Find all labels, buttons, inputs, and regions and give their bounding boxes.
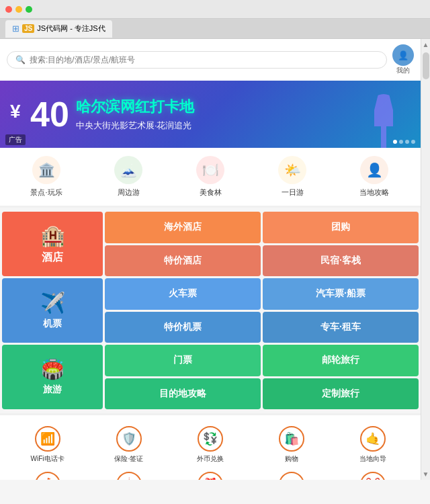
wifi-icon: 📶 xyxy=(35,426,60,452)
oneday-label: 一日游 xyxy=(282,187,304,198)
category-oneday[interactable]: 🌤️ 一日游 xyxy=(272,156,312,198)
local-guide-label: 当地向导 xyxy=(359,454,386,464)
avatar: 👤 xyxy=(392,44,414,66)
more-icon: ✂️ xyxy=(360,472,386,480)
browser-tab[interactable]: ⊞ JS JS代码网 - 专注JS代 xyxy=(5,20,112,38)
app-wrapper: 🔍 👤 我的 ¥ 40 哈尔滨网红打卡地 中央大街光影艺术展·花润追光 xyxy=(0,39,430,480)
flight-icon: ✈️ xyxy=(40,291,65,314)
hotel-label: 酒店 xyxy=(42,251,63,265)
hotel-main-cell[interactable]: 🏨 酒店 xyxy=(2,212,103,276)
ticket-cell[interactable]: 门票 xyxy=(105,345,261,376)
scenic-icon: 🏛️ xyxy=(32,156,60,184)
hotel-overseas-cell[interactable]: 海外酒店 xyxy=(105,212,261,243)
bus-boat-cell[interactable]: 汽车票·船票 xyxy=(263,278,419,310)
minimize-button-dot[interactable] xyxy=(15,6,22,13)
banner-person-silhouette xyxy=(360,81,407,148)
avatar-label: 我的 xyxy=(396,66,410,75)
more-item[interactable]: ✂️ 更多 xyxy=(353,472,392,480)
free-travel-icon: 🎪 xyxy=(35,472,60,480)
currency-label: 外币兑换 xyxy=(197,454,224,464)
nearby-icon: 🗻 xyxy=(114,156,142,184)
shopping-icon: 🛍️ xyxy=(279,426,304,452)
flight-main-cell[interactable]: ✈️ 机票 xyxy=(2,278,103,343)
hotel-group-cell[interactable]: 团购 xyxy=(263,212,419,243)
icon-row-1: 📶 WiFi电话卡 🛡️ 保险·签证 💱 外币兑换 🛍️ 购物 🤙 xyxy=(0,422,421,468)
close-button-dot[interactable] xyxy=(5,6,12,13)
category-scenic[interactable]: 🏛️ 景点·玩乐 xyxy=(26,156,67,198)
banner-price: ¥ 40 xyxy=(10,97,69,132)
insurance-label: 保险·签证 xyxy=(114,454,143,464)
scroll-down-arrow[interactable]: ▼ xyxy=(421,468,430,480)
scrollbar-thumb[interactable] xyxy=(423,52,429,79)
nearby-label: 周边游 xyxy=(118,187,140,198)
icon-row-2: 🎪 自由行 🗼 境外玩乐 🎁 礼品卡 💳 信用卡 ✂️ 更多 xyxy=(0,468,421,480)
service-grid: 🏨 酒店 海外酒店 团购 特价酒店 民宿·客栈 ✈️ 机票 火车票 汽车票·船票… xyxy=(0,212,421,409)
tab-label: JS代码网 - 专注JS代 xyxy=(37,24,105,34)
insurance-icon: 🛡️ xyxy=(116,426,142,452)
destination-guide-cell[interactable]: 目的地攻略 xyxy=(105,378,261,410)
tour-main-cell[interactable]: 🏟️ 旅游 xyxy=(2,345,103,409)
shopping-label: 购物 xyxy=(285,454,298,464)
search-input-wrap[interactable]: 🔍 xyxy=(7,51,387,69)
cruise-cell[interactable]: 邮轮旅行 xyxy=(263,345,419,376)
tour-icon: 🏟️ xyxy=(41,358,64,380)
search-icon: 🔍 xyxy=(15,55,26,65)
js-icon: JS xyxy=(22,24,34,33)
budget-flight-cell[interactable]: 特价机票 xyxy=(105,312,261,343)
category-guide[interactable]: 👤 当地攻略 xyxy=(354,156,394,198)
banner-dot-2 xyxy=(399,140,403,144)
insurance-item[interactable]: 🛡️ 保险·签证 xyxy=(110,426,148,464)
credit-card-icon: 💳 xyxy=(279,472,304,480)
local-guide-item[interactable]: 🤙 当地向导 xyxy=(353,426,392,464)
custom-travel-cell[interactable]: 定制旅行 xyxy=(263,378,419,410)
maximize-button-dot[interactable] xyxy=(26,6,32,13)
divider-1 xyxy=(0,206,421,208)
banner-text: 哈尔滨网红打卡地 中央大街光影艺术展·花润追光 xyxy=(76,97,194,132)
scroll-up-arrow[interactable]: ▲ xyxy=(421,39,430,50)
search-bar: 🔍 👤 我的 xyxy=(0,39,421,81)
tab-bar: ⊞ JS JS代码网 - 专注JS代 xyxy=(0,19,430,39)
avatar-wrap[interactable]: 👤 我的 xyxy=(392,44,414,75)
bottom-icons: 📶 WiFi电话卡 🛡️ 保险·签证 💱 外币兑换 🛍️ 购物 🤙 xyxy=(0,415,421,480)
banner[interactable]: ¥ 40 哈尔滨网红打卡地 中央大街光影艺术展·花润追光 广告 xyxy=(0,81,421,148)
food-icon: 🍽️ xyxy=(196,156,224,184)
avatar-icon: 👤 xyxy=(398,50,408,60)
banner-dot-1 xyxy=(393,140,397,144)
guide-label: 当地攻略 xyxy=(359,187,389,198)
gift-card-icon: 🎁 xyxy=(198,472,223,480)
banner-ad-tag: 广告 xyxy=(5,134,26,145)
banner-title: 哈尔滨网红打卡地 xyxy=(76,97,194,117)
flight-label: 机票 xyxy=(43,318,62,330)
car-rental-cell[interactable]: 专车·租车 xyxy=(263,312,419,343)
apps-icon: ⊞ xyxy=(12,24,19,34)
hotel-bnb-cell[interactable]: 民宿·客栈 xyxy=(263,245,419,277)
wifi-label: WiFi电话卡 xyxy=(31,454,64,464)
banner-dot-4 xyxy=(411,140,415,144)
train-cell[interactable]: 火车票 xyxy=(105,278,261,310)
scrollbar[interactable]: ▲ ▼ xyxy=(421,39,430,480)
oneday-icon: 🌤️ xyxy=(278,156,306,184)
category-nearby[interactable]: 🗻 周边游 xyxy=(108,156,148,198)
currency-icon: 💱 xyxy=(198,426,223,452)
overseas-icon: 🗼 xyxy=(116,472,142,480)
shopping-item[interactable]: 🛍️ 购物 xyxy=(272,426,311,464)
tour-label: 旅游 xyxy=(43,384,62,396)
overseas-item[interactable]: 🗼 境外玩乐 xyxy=(110,472,148,480)
guide-icon: 👤 xyxy=(360,156,388,184)
currency-item[interactable]: 💱 外币兑换 xyxy=(191,426,230,464)
browser-chrome xyxy=(0,0,430,19)
gift-card-item[interactable]: 🎁 礼品卡 xyxy=(191,472,230,480)
food-label: 美食林 xyxy=(200,187,222,198)
category-row: 🏛️ 景点·玩乐 🗻 周边游 🍽️ 美食林 🌤️ 一日游 👤 当地攻略 xyxy=(0,148,421,206)
free-travel-item[interactable]: 🎪 自由行 xyxy=(28,472,67,480)
search-input[interactable] xyxy=(30,55,378,65)
hotel-icon: 🏨 xyxy=(40,224,65,247)
category-food[interactable]: 🍽️ 美食林 xyxy=(190,156,230,198)
wifi-item[interactable]: 📶 WiFi电话卡 xyxy=(28,426,67,464)
window-controls xyxy=(5,6,32,13)
main-content: 🔍 👤 我的 ¥ 40 哈尔滨网红打卡地 中央大街光影艺术展·花润追光 xyxy=(0,39,421,480)
credit-card-item[interactable]: 💳 信用卡 xyxy=(272,472,311,480)
hotel-budget-cell[interactable]: 特价酒店 xyxy=(105,245,261,277)
local-guide-icon: 🤙 xyxy=(360,426,386,452)
scenic-label: 景点·玩乐 xyxy=(30,187,62,198)
